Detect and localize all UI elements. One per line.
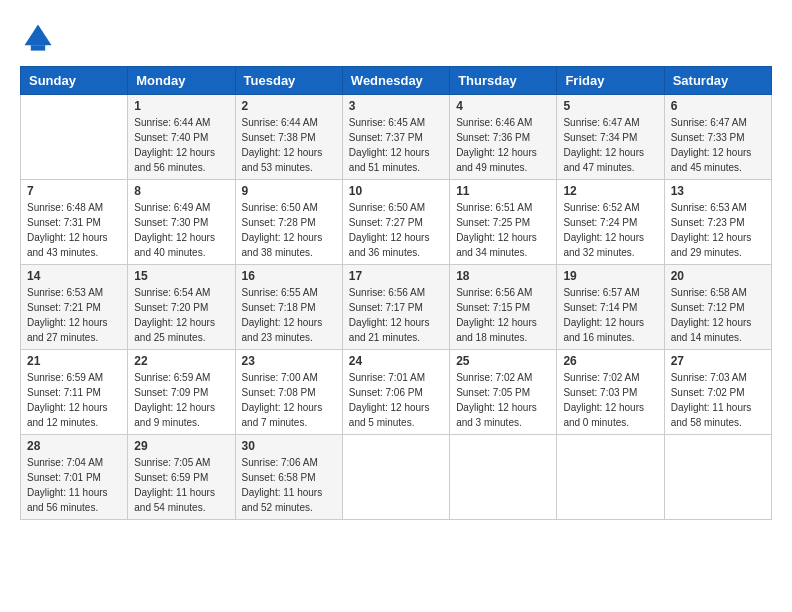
day-number: 9 xyxy=(242,184,336,198)
day-info: Sunrise: 6:59 AMSunset: 7:09 PMDaylight:… xyxy=(134,370,228,430)
calendar-header-row: SundayMondayTuesdayWednesdayThursdayFrid… xyxy=(21,67,772,95)
weekday-header: Tuesday xyxy=(235,67,342,95)
day-info: Sunrise: 7:06 AMSunset: 6:58 PMDaylight:… xyxy=(242,455,336,515)
day-number: 24 xyxy=(349,354,443,368)
calendar-cell xyxy=(450,435,557,520)
day-number: 11 xyxy=(456,184,550,198)
day-number: 8 xyxy=(134,184,228,198)
calendar-cell: 20Sunrise: 6:58 AMSunset: 7:12 PMDayligh… xyxy=(664,265,771,350)
day-info: Sunrise: 7:01 AMSunset: 7:06 PMDaylight:… xyxy=(349,370,443,430)
calendar-table: SundayMondayTuesdayWednesdayThursdayFrid… xyxy=(20,66,772,520)
calendar-cell: 15Sunrise: 6:54 AMSunset: 7:20 PMDayligh… xyxy=(128,265,235,350)
day-info: Sunrise: 7:03 AMSunset: 7:02 PMDaylight:… xyxy=(671,370,765,430)
calendar-cell: 2Sunrise: 6:44 AMSunset: 7:38 PMDaylight… xyxy=(235,95,342,180)
day-number: 4 xyxy=(456,99,550,113)
day-number: 6 xyxy=(671,99,765,113)
day-info: Sunrise: 7:04 AMSunset: 7:01 PMDaylight:… xyxy=(27,455,121,515)
day-number: 28 xyxy=(27,439,121,453)
day-number: 27 xyxy=(671,354,765,368)
calendar-cell: 11Sunrise: 6:51 AMSunset: 7:25 PMDayligh… xyxy=(450,180,557,265)
day-info: Sunrise: 7:02 AMSunset: 7:05 PMDaylight:… xyxy=(456,370,550,430)
day-info: Sunrise: 7:00 AMSunset: 7:08 PMDaylight:… xyxy=(242,370,336,430)
calendar-cell: 24Sunrise: 7:01 AMSunset: 7:06 PMDayligh… xyxy=(342,350,449,435)
calendar-cell: 1Sunrise: 6:44 AMSunset: 7:40 PMDaylight… xyxy=(128,95,235,180)
calendar-week-row: 28Sunrise: 7:04 AMSunset: 7:01 PMDayligh… xyxy=(21,435,772,520)
day-number: 19 xyxy=(563,269,657,283)
weekday-header: Thursday xyxy=(450,67,557,95)
calendar-cell: 23Sunrise: 7:00 AMSunset: 7:08 PMDayligh… xyxy=(235,350,342,435)
day-info: Sunrise: 6:51 AMSunset: 7:25 PMDaylight:… xyxy=(456,200,550,260)
day-number: 22 xyxy=(134,354,228,368)
logo-icon xyxy=(20,20,56,56)
calendar-cell: 8Sunrise: 6:49 AMSunset: 7:30 PMDaylight… xyxy=(128,180,235,265)
calendar-cell: 19Sunrise: 6:57 AMSunset: 7:14 PMDayligh… xyxy=(557,265,664,350)
page-header xyxy=(20,20,772,56)
calendar-cell: 30Sunrise: 7:06 AMSunset: 6:58 PMDayligh… xyxy=(235,435,342,520)
day-info: Sunrise: 6:50 AMSunset: 7:28 PMDaylight:… xyxy=(242,200,336,260)
day-number: 13 xyxy=(671,184,765,198)
calendar-cell: 22Sunrise: 6:59 AMSunset: 7:09 PMDayligh… xyxy=(128,350,235,435)
calendar-cell: 28Sunrise: 7:04 AMSunset: 7:01 PMDayligh… xyxy=(21,435,128,520)
day-number: 3 xyxy=(349,99,443,113)
logo xyxy=(20,20,60,56)
calendar-week-row: 14Sunrise: 6:53 AMSunset: 7:21 PMDayligh… xyxy=(21,265,772,350)
day-number: 10 xyxy=(349,184,443,198)
day-info: Sunrise: 6:58 AMSunset: 7:12 PMDaylight:… xyxy=(671,285,765,345)
day-number: 14 xyxy=(27,269,121,283)
day-info: Sunrise: 6:50 AMSunset: 7:27 PMDaylight:… xyxy=(349,200,443,260)
day-number: 21 xyxy=(27,354,121,368)
day-number: 30 xyxy=(242,439,336,453)
day-number: 2 xyxy=(242,99,336,113)
day-info: Sunrise: 7:05 AMSunset: 6:59 PMDaylight:… xyxy=(134,455,228,515)
day-info: Sunrise: 6:55 AMSunset: 7:18 PMDaylight:… xyxy=(242,285,336,345)
day-info: Sunrise: 6:47 AMSunset: 7:34 PMDaylight:… xyxy=(563,115,657,175)
day-number: 12 xyxy=(563,184,657,198)
calendar-cell xyxy=(664,435,771,520)
weekday-header: Friday xyxy=(557,67,664,95)
calendar-cell: 4Sunrise: 6:46 AMSunset: 7:36 PMDaylight… xyxy=(450,95,557,180)
calendar-cell: 17Sunrise: 6:56 AMSunset: 7:17 PMDayligh… xyxy=(342,265,449,350)
calendar-cell: 10Sunrise: 6:50 AMSunset: 7:27 PMDayligh… xyxy=(342,180,449,265)
day-number: 25 xyxy=(456,354,550,368)
calendar-cell xyxy=(21,95,128,180)
calendar-cell: 26Sunrise: 7:02 AMSunset: 7:03 PMDayligh… xyxy=(557,350,664,435)
day-number: 5 xyxy=(563,99,657,113)
calendar-cell: 3Sunrise: 6:45 AMSunset: 7:37 PMDaylight… xyxy=(342,95,449,180)
calendar-cell: 25Sunrise: 7:02 AMSunset: 7:05 PMDayligh… xyxy=(450,350,557,435)
day-number: 15 xyxy=(134,269,228,283)
calendar-cell: 13Sunrise: 6:53 AMSunset: 7:23 PMDayligh… xyxy=(664,180,771,265)
calendar-cell: 12Sunrise: 6:52 AMSunset: 7:24 PMDayligh… xyxy=(557,180,664,265)
calendar-cell: 5Sunrise: 6:47 AMSunset: 7:34 PMDaylight… xyxy=(557,95,664,180)
day-number: 1 xyxy=(134,99,228,113)
day-number: 26 xyxy=(563,354,657,368)
calendar-cell: 7Sunrise: 6:48 AMSunset: 7:31 PMDaylight… xyxy=(21,180,128,265)
day-info: Sunrise: 6:59 AMSunset: 7:11 PMDaylight:… xyxy=(27,370,121,430)
calendar-cell: 14Sunrise: 6:53 AMSunset: 7:21 PMDayligh… xyxy=(21,265,128,350)
calendar-cell: 6Sunrise: 6:47 AMSunset: 7:33 PMDaylight… xyxy=(664,95,771,180)
calendar-cell: 16Sunrise: 6:55 AMSunset: 7:18 PMDayligh… xyxy=(235,265,342,350)
calendar-week-row: 7Sunrise: 6:48 AMSunset: 7:31 PMDaylight… xyxy=(21,180,772,265)
day-info: Sunrise: 6:53 AMSunset: 7:21 PMDaylight:… xyxy=(27,285,121,345)
day-number: 29 xyxy=(134,439,228,453)
day-info: Sunrise: 6:48 AMSunset: 7:31 PMDaylight:… xyxy=(27,200,121,260)
calendar-cell: 29Sunrise: 7:05 AMSunset: 6:59 PMDayligh… xyxy=(128,435,235,520)
calendar-cell: 27Sunrise: 7:03 AMSunset: 7:02 PMDayligh… xyxy=(664,350,771,435)
weekday-header: Sunday xyxy=(21,67,128,95)
day-info: Sunrise: 6:56 AMSunset: 7:15 PMDaylight:… xyxy=(456,285,550,345)
day-number: 23 xyxy=(242,354,336,368)
day-info: Sunrise: 6:47 AMSunset: 7:33 PMDaylight:… xyxy=(671,115,765,175)
calendar-cell xyxy=(342,435,449,520)
day-info: Sunrise: 6:57 AMSunset: 7:14 PMDaylight:… xyxy=(563,285,657,345)
weekday-header: Monday xyxy=(128,67,235,95)
day-info: Sunrise: 7:02 AMSunset: 7:03 PMDaylight:… xyxy=(563,370,657,430)
day-info: Sunrise: 6:49 AMSunset: 7:30 PMDaylight:… xyxy=(134,200,228,260)
day-info: Sunrise: 6:45 AMSunset: 7:37 PMDaylight:… xyxy=(349,115,443,175)
day-number: 18 xyxy=(456,269,550,283)
calendar-week-row: 1Sunrise: 6:44 AMSunset: 7:40 PMDaylight… xyxy=(21,95,772,180)
day-number: 20 xyxy=(671,269,765,283)
svg-rect-1 xyxy=(31,45,45,50)
day-info: Sunrise: 6:53 AMSunset: 7:23 PMDaylight:… xyxy=(671,200,765,260)
calendar-cell: 9Sunrise: 6:50 AMSunset: 7:28 PMDaylight… xyxy=(235,180,342,265)
day-info: Sunrise: 6:44 AMSunset: 7:38 PMDaylight:… xyxy=(242,115,336,175)
svg-marker-0 xyxy=(25,25,52,46)
